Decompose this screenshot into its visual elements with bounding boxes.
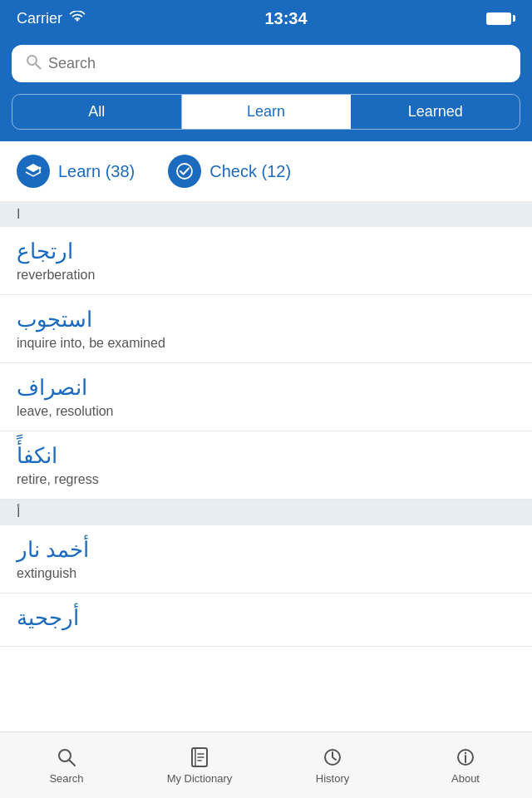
battery-tip bbox=[513, 15, 515, 22]
word-english: retire, regress bbox=[17, 472, 515, 487]
word-english: extinguish bbox=[17, 566, 515, 581]
word-list: ا ارتجاع reverberation استجوب inquire in… bbox=[0, 201, 532, 733]
carrier-info: Carrier bbox=[17, 10, 86, 27]
list-item[interactable]: انصراف leave, resolution bbox=[0, 363, 532, 431]
word-arabic: أخمد نار bbox=[17, 537, 515, 563]
list-item[interactable]: أخمد نار extinguish bbox=[0, 525, 532, 594]
tabs-container: All Learn Learned bbox=[0, 94, 532, 141]
battery-body bbox=[486, 12, 511, 25]
nav-item-my-dictionary[interactable]: My Dictionary bbox=[133, 732, 266, 798]
tab-group: All Learn Learned bbox=[12, 94, 520, 130]
battery-indicator bbox=[486, 12, 515, 25]
nav-label-about: About bbox=[451, 772, 480, 785]
learn-icon-circle bbox=[17, 155, 50, 188]
learn-stat-label: Learn (38) bbox=[58, 162, 135, 181]
word-arabic: أرجحية bbox=[17, 605, 515, 631]
word-arabic: استجوب bbox=[17, 307, 515, 332]
svg-point-0 bbox=[27, 56, 37, 65]
search-icon bbox=[25, 53, 42, 74]
search-bar[interactable] bbox=[12, 45, 520, 82]
word-arabic: انصراف bbox=[17, 375, 515, 401]
tab-all[interactable]: All bbox=[12, 95, 182, 129]
nav-item-search[interactable]: Search bbox=[0, 732, 133, 798]
nav-label-my-dictionary: My Dictionary bbox=[167, 772, 233, 785]
word-english: inquire into, be examined bbox=[17, 336, 515, 351]
history-nav-icon bbox=[321, 746, 344, 769]
svg-point-11 bbox=[465, 752, 466, 754]
tab-learned[interactable]: Learned bbox=[351, 95, 520, 129]
wifi-icon bbox=[69, 11, 86, 26]
nav-item-about[interactable]: About bbox=[399, 732, 532, 798]
svg-line-1 bbox=[36, 64, 41, 69]
search-nav-icon bbox=[55, 746, 78, 769]
stats-row: Learn (38) Check (12) bbox=[0, 141, 532, 201]
word-english: reverberation bbox=[17, 268, 515, 283]
check-stat[interactable]: Check (12) bbox=[168, 155, 291, 188]
nav-label-search: Search bbox=[49, 772, 83, 785]
about-nav-icon bbox=[454, 746, 477, 769]
section-header-alef2: أ bbox=[0, 500, 532, 525]
svg-point-4 bbox=[177, 164, 192, 179]
my-dictionary-nav-icon bbox=[188, 746, 211, 769]
word-arabic: ارتجاع bbox=[17, 239, 515, 264]
nav-label-history: History bbox=[316, 772, 349, 785]
list-item[interactable]: استجوب inquire into, be examined bbox=[0, 295, 532, 363]
svg-line-6 bbox=[70, 761, 76, 766]
tab-learn[interactable]: Learn bbox=[182, 95, 352, 129]
list-item[interactable]: انكفأً retire, regress bbox=[0, 431, 532, 500]
word-english: leave, resolution bbox=[17, 404, 515, 419]
list-item[interactable]: أرجحية bbox=[0, 594, 532, 647]
list-item[interactable]: ارتجاع reverberation bbox=[0, 227, 532, 295]
check-icon-circle bbox=[168, 155, 201, 188]
clock: 13:34 bbox=[264, 9, 307, 28]
nav-item-history[interactable]: History bbox=[266, 732, 399, 798]
section-header-alef: ا bbox=[0, 201, 532, 227]
word-arabic: انكفأً bbox=[17, 443, 515, 469]
search-input[interactable] bbox=[48, 55, 507, 72]
bottom-nav: Search My Dictionary History About bbox=[0, 732, 532, 798]
search-bar-container bbox=[0, 37, 532, 94]
status-bar: Carrier 13:34 bbox=[0, 0, 532, 37]
learn-stat[interactable]: Learn (38) bbox=[17, 155, 135, 188]
carrier-label: Carrier bbox=[17, 10, 62, 27]
check-stat-label: Check (12) bbox=[209, 162, 291, 181]
